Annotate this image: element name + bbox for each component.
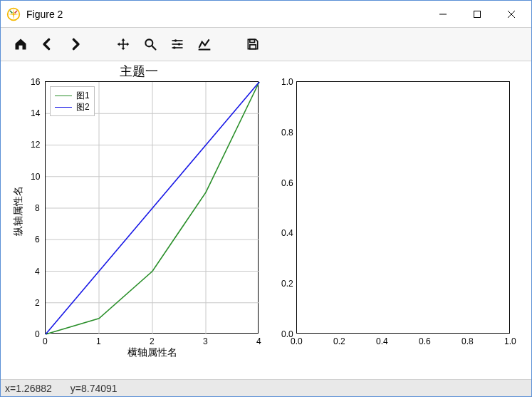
ytick: 6	[35, 234, 40, 244]
ytick: 1.0	[281, 77, 293, 87]
xtick: 1	[96, 336, 101, 346]
maximize-button[interactable]	[460, 4, 494, 25]
back-button[interactable]	[35, 31, 61, 57]
zoom-button[interactable]	[137, 31, 163, 57]
xtick: 0.0	[291, 336, 303, 346]
minimize-button[interactable]	[426, 4, 460, 25]
app-icon	[6, 7, 21, 21]
xtick: 0	[43, 336, 48, 346]
subplot-2-axes	[296, 81, 510, 334]
subplot-1-ylabel: 纵轴属性名	[12, 186, 25, 236]
xtick: 2	[150, 336, 155, 346]
legend-entry-2: 图2	[55, 101, 90, 113]
toolbar	[1, 27, 531, 61]
ytick: 0.6	[281, 178, 293, 188]
svg-rect-15	[250, 45, 256, 49]
xtick: 3	[203, 336, 208, 346]
ytick: 0.4	[281, 228, 293, 238]
status-x: x=1.26882	[5, 383, 52, 394]
ytick: 4	[35, 267, 40, 277]
pan-button[interactable]	[110, 31, 136, 57]
xtick: 4	[256, 336, 261, 346]
ytick: 2	[35, 298, 40, 308]
xtick: 0.8	[461, 336, 474, 346]
legend: 图1 图2	[50, 86, 95, 116]
subplot-1-title: 主题一	[120, 63, 158, 80]
svg-point-10	[178, 43, 181, 46]
svg-rect-14	[250, 39, 255, 42]
xtick: 0.2	[333, 336, 345, 346]
window-title: Figure 2	[26, 9, 426, 20]
subplot-1-xlabel: 横轴属性名	[127, 346, 177, 359]
ytick: 8	[35, 203, 40, 213]
xtick: 0.4	[376, 336, 388, 346]
titlebar: Figure 2	[1, 1, 531, 27]
subplot-1-axes: 图1 图2	[45, 81, 259, 334]
svg-line-6	[152, 46, 156, 50]
close-button[interactable]	[494, 4, 528, 25]
ytick: 0.8	[281, 128, 293, 138]
ytick: 0	[35, 329, 40, 339]
home-button[interactable]	[8, 31, 33, 57]
xtick: 1.0	[504, 336, 516, 346]
edit-axes-button[interactable]	[192, 31, 217, 57]
configure-subplots-button[interactable]	[165, 31, 190, 57]
ytick: 16	[31, 77, 40, 87]
xtick: 0.6	[419, 336, 431, 346]
svg-point-12	[173, 46, 176, 49]
svg-rect-2	[474, 11, 481, 17]
ytick: 14	[31, 108, 40, 118]
save-button[interactable]	[240, 31, 266, 57]
forward-button[interactable]	[62, 31, 88, 57]
legend-label-2: 图2	[76, 101, 90, 113]
svg-point-8	[174, 39, 177, 42]
ytick: 10	[31, 172, 40, 182]
ytick: 12	[31, 140, 40, 150]
ytick: 0.2	[281, 279, 293, 289]
legend-entry-1: 图1	[55, 90, 90, 101]
status-y: y=8.74091	[71, 383, 118, 394]
legend-label-1: 图1	[76, 90, 90, 102]
figure-canvas[interactable]: 主题一	[1, 61, 531, 379]
status-bar: x=1.26882 y=8.74091	[1, 379, 531, 396]
